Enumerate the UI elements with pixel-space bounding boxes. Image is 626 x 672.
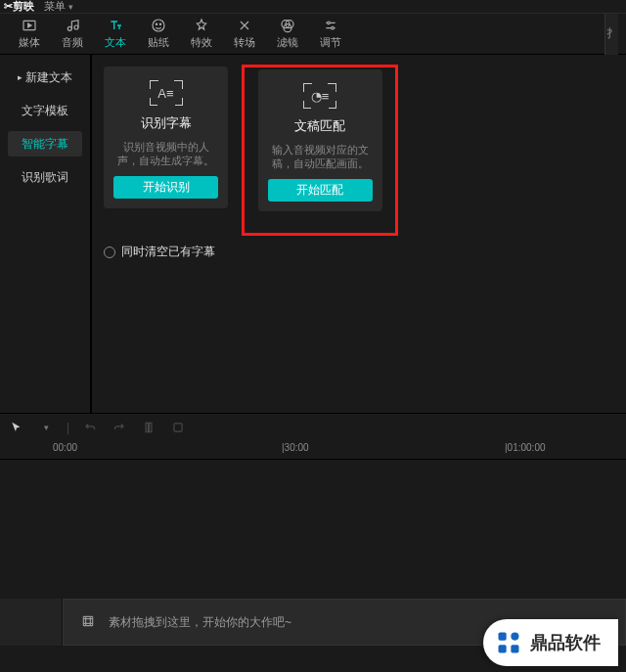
svg-point-10 <box>332 26 335 29</box>
tab-filters[interactable]: 滤镜 <box>266 18 309 50</box>
sidebar-item-smart-subtitle[interactable]: 智能字幕 <box>8 131 82 157</box>
ruler-mark: |30:00 <box>282 442 309 453</box>
sidebar-item-text-template[interactable]: 文字模板 <box>8 98 82 123</box>
app-logo-text: ✂剪映 <box>4 0 34 14</box>
pointer-tool[interactable] <box>8 419 25 436</box>
sidebar-item-recognize-lyrics[interactable]: 识别歌词 <box>8 164 82 190</box>
tab-audio[interactable]: 音频 <box>51 18 94 50</box>
tab-adjust[interactable]: 调节 <box>309 18 352 50</box>
start-recognize-button[interactable]: 开始识别 <box>113 176 218 199</box>
titlebar: ✂剪映 菜单▾ <box>0 0 626 14</box>
tool-tabbar: 媒体 音频 文本 贴纸 特效 转场 滤镜 调节 扌 <box>0 14 626 55</box>
match-icon: ◔≡ <box>302 83 337 110</box>
svg-rect-13 <box>174 423 182 430</box>
watermark-logo-icon <box>495 629 522 656</box>
watermark-badge: 鼎品软件 <box>483 619 618 666</box>
card-title: 文稿匹配 <box>294 117 345 135</box>
menu-button[interactable]: 菜单▾ <box>44 0 73 14</box>
highlighted-card-frame: ◔≡ 文稿匹配 输入音视频对应的文稿，自动匹配画面。 开始匹配 <box>242 65 398 236</box>
svg-rect-17 <box>511 645 518 652</box>
tab-text[interactable]: 文本 <box>94 18 137 50</box>
effects-icon <box>193 18 210 33</box>
undo-button[interactable] <box>81 419 99 436</box>
tab-effects[interactable]: 特效 <box>180 18 223 50</box>
split-button[interactable] <box>140 419 157 436</box>
sidebar: ▸新建文本 文字模板 智能字幕 识别歌词 <box>0 55 90 413</box>
track-header[interactable] <box>0 599 63 646</box>
film-icon <box>81 614 95 631</box>
track-placeholder: 素材拖拽到这里，开始你的大作吧~ <box>109 614 291 631</box>
svg-point-9 <box>328 22 331 24</box>
start-match-button[interactable]: 开始匹配 <box>268 179 373 202</box>
transition-icon <box>236 18 253 33</box>
tab-transitions[interactable]: 转场 <box>223 18 266 50</box>
svg-point-5 <box>159 23 160 24</box>
card-desc: 识别音视频中的人声，自动生成字幕。 <box>113 140 218 168</box>
svg-rect-15 <box>499 633 507 641</box>
timeline-ruler[interactable]: 00:00 |30:00 |01:00:00 <box>0 440 626 460</box>
svg-rect-16 <box>499 645 507 652</box>
ruler-mark: 00:00 <box>53 442 77 453</box>
clear-existing-checkbox[interactable]: 同时清空已有字幕 <box>104 244 614 260</box>
tab-stickers[interactable]: 贴纸 <box>137 18 180 50</box>
sidebar-item-new-text[interactable]: ▸新建文本 <box>8 65 82 90</box>
ruler-mark: |01:00:00 <box>505 442 546 453</box>
audio-icon <box>64 18 81 33</box>
redo-button[interactable] <box>111 419 128 436</box>
text-icon <box>107 18 124 33</box>
workspace: ▸新建文本 文字模板 智能字幕 识别歌词 A≡ 识别字幕 识别音视频中的人声，自… <box>0 55 626 413</box>
timeline-toolbar: ▾ | <box>0 413 626 440</box>
svg-point-4 <box>156 23 156 24</box>
caret-right-icon: ▸ <box>18 72 22 82</box>
timeline-tracks[interactable]: 素材拖拽到这里，开始你的大作吧~ 鼎品软件 <box>0 460 626 672</box>
svg-rect-12 <box>150 423 152 431</box>
card-recognize-subtitle: A≡ 识别字幕 识别音视频中的人声，自动生成字幕。 开始识别 <box>104 67 228 208</box>
card-title: 识别字幕 <box>141 114 192 132</box>
card-match-document: ◔≡ 文稿匹配 输入音视频对应的文稿，自动匹配画面。 开始匹配 <box>258 69 382 211</box>
filter-icon <box>279 18 296 33</box>
delete-button[interactable] <box>169 419 187 436</box>
media-icon <box>21 18 38 33</box>
adjust-icon <box>322 18 339 33</box>
recognize-icon: A≡ <box>149 80 184 107</box>
chevron-down-icon: ▾ <box>68 2 73 12</box>
dropdown-icon[interactable]: ▾ <box>37 419 55 436</box>
main-panel: A≡ 识别字幕 识别音视频中的人声，自动生成字幕。 开始识别 ◔≡ 文稿匹配 输… <box>90 55 626 413</box>
panel-toggle[interactable]: 扌 <box>604 14 618 55</box>
svg-rect-14 <box>83 616 92 625</box>
tab-media[interactable]: 媒体 <box>8 18 51 50</box>
sticker-icon <box>150 18 167 33</box>
svg-point-3 <box>153 20 164 31</box>
svg-point-18 <box>511 633 518 641</box>
watermark-text: 鼎品软件 <box>530 631 601 654</box>
radio-empty-icon <box>104 246 115 258</box>
svg-rect-11 <box>146 423 148 431</box>
card-desc: 输入音视频对应的文稿，自动匹配画面。 <box>268 143 373 171</box>
